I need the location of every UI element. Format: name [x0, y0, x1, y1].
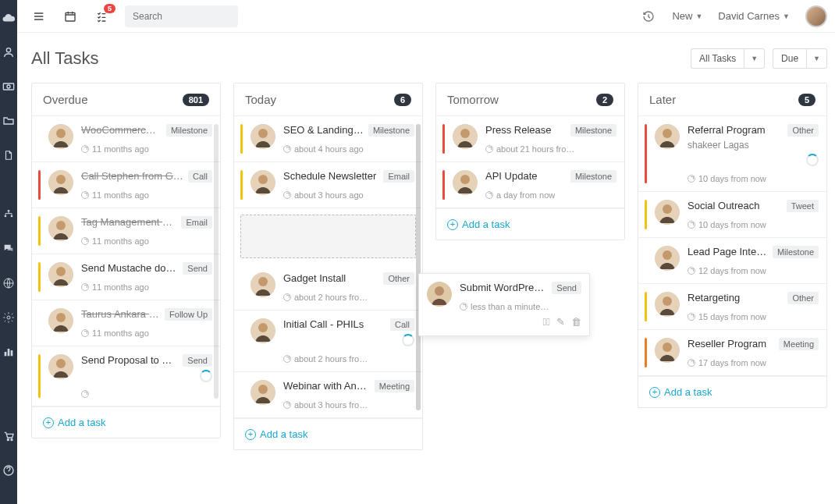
plus-icon: +: [447, 219, 458, 230]
card-tag: Milestone: [570, 124, 616, 137]
card-meta: about 21 hours fro…: [485, 144, 616, 154]
drop-zone[interactable]: [240, 215, 416, 258]
money-icon[interactable]: [0, 78, 17, 95]
user-name: David Carnes: [718, 10, 780, 22]
add-task-button[interactable]: +Add a task: [436, 208, 624, 240]
priority-stripe: [645, 200, 647, 229]
user-menu[interactable]: David Carnes▼: [718, 10, 790, 22]
task-card[interactable]: Reseller Program Meeting 17 days from no…: [638, 330, 826, 376]
file-icon[interactable]: [0, 147, 17, 164]
search-input[interactable]: [133, 11, 250, 22]
avatar: [427, 282, 452, 307]
priority-stripe: [240, 380, 243, 410]
scrollbar[interactable]: [214, 124, 219, 399]
task-card[interactable]: Retargeting Other 15 days from now: [638, 284, 826, 330]
cart-icon[interactable]: [0, 428, 17, 445]
chart-icon[interactable]: [0, 343, 17, 360]
svg-point-35: [258, 323, 268, 332]
chevron-down-icon: ▼: [751, 55, 758, 62]
card-tag: Send: [552, 282, 581, 294]
add-task-button[interactable]: +Add a task: [32, 406, 220, 438]
filter-due-dd[interactable]: ▼: [806, 48, 827, 69]
trash-icon[interactable]: 🗑: [571, 316, 581, 328]
new-label: New: [672, 10, 692, 22]
org-icon[interactable]: [0, 206, 17, 223]
svg-point-23: [56, 267, 66, 276]
globe-icon[interactable]: [0, 275, 17, 292]
column-body[interactable]: Referral Program Other shakeer Lagas 10 …: [638, 116, 826, 376]
priority-stripe: [645, 246, 647, 275]
column-header: Overdue801: [32, 83, 220, 116]
list-icon[interactable]: [31, 9, 47, 24]
clock-icon: [81, 237, 89, 245]
page-title: All Tasks: [31, 48, 98, 69]
scrollbar[interactable]: [416, 124, 421, 410]
task-card[interactable]: WooCommerce Blog Milestone 11 months ago: [32, 116, 220, 162]
column-body[interactable]: WooCommerce Blog Milestone 11 months ago…: [32, 116, 220, 406]
task-card[interactable]: Send Mustache docu… Send 11 months ago: [32, 254, 220, 300]
search-box[interactable]: [125, 5, 238, 27]
avatar: [48, 262, 73, 287]
task-card[interactable]: Referral Program Other shakeer Lagas 10 …: [638, 116, 826, 192]
task-card[interactable]: Webinar with Andrea Meeting about 3 hour…: [234, 372, 422, 418]
check-icon[interactable]: ✓⃝: [543, 316, 551, 328]
task-card[interactable]: Call Stephen from Ge… Call 11 months ago: [32, 162, 220, 208]
task-card[interactable]: Initial Call - PHILs Call about 2 hours …: [234, 311, 422, 372]
history-icon[interactable]: [641, 9, 656, 24]
left-nav: [0, 0, 17, 504]
add-task-button[interactable]: +Add a task: [234, 418, 422, 449]
help-icon[interactable]: [0, 462, 17, 479]
column-body[interactable]: SEO & Landing page Milestone about 4 hou…: [234, 116, 422, 418]
svg-point-27: [56, 359, 66, 368]
calendar-icon[interactable]: [62, 9, 78, 24]
add-task-button[interactable]: +Add a task: [638, 376, 826, 407]
task-card[interactable]: SEO & Landing page Milestone about 4 hou…: [234, 116, 422, 162]
card-title: Press Release: [485, 124, 552, 136]
priority-stripe: [38, 308, 41, 338]
card-tag: Follow Up: [165, 308, 212, 321]
gear-icon[interactable]: [0, 309, 17, 326]
clock-icon: [688, 313, 695, 321]
card-meta: about 2 hours fro…: [283, 354, 414, 364]
chat-icon[interactable]: [0, 240, 17, 257]
filter-tasks-label[interactable]: All Tasks: [691, 48, 744, 69]
svg-rect-10: [11, 350, 13, 356]
card-meta: about 4 hours ago: [283, 144, 414, 154]
avatar: [250, 124, 275, 149]
board-column: Tomorrow2 Press Release Milestone about …: [435, 83, 625, 240]
avatar: [453, 170, 478, 195]
card-meta: [81, 390, 212, 398]
task-card[interactable]: Send Proposal to Mo… Send: [32, 346, 220, 406]
filter-due-label[interactable]: Due: [773, 48, 806, 69]
new-button[interactable]: New▼: [672, 10, 702, 22]
task-card[interactable]: Schedule Newsletter Email about 3 hours …: [234, 162, 422, 208]
cloud-icon[interactable]: [0, 9, 17, 27]
avatar: [655, 124, 680, 149]
task-card[interactable]: Lead Page Integration Milestone 12 days …: [638, 238, 826, 284]
svg-point-31: [258, 175, 268, 184]
column-body[interactable]: Press Release Milestone about 21 hours f…: [436, 116, 624, 240]
task-card[interactable]: Taurus Ankara - Foll… Follow Up 11 month…: [32, 300, 220, 346]
folder-icon[interactable]: [0, 112, 17, 130]
task-card[interactable]: Tag Management Mail Email 11 months ago: [32, 208, 220, 254]
card-tag: Email: [181, 216, 212, 229]
card-tag: Milestone: [570, 170, 616, 183]
tasks-icon[interactable]: 5: [94, 9, 109, 24]
priority-stripe: [38, 124, 41, 154]
avatar[interactable]: [805, 5, 827, 27]
filter-tasks-dd[interactable]: ▼: [744, 48, 765, 69]
filter-tasks[interactable]: All Tasks ▼: [691, 48, 765, 69]
dragging-card[interactable]: Submit WordPress Pl… Send less than a mi…: [418, 273, 590, 336]
card-meta: about 3 hours fro…: [283, 400, 414, 410]
task-card[interactable]: API Update Milestone a day from now: [436, 162, 624, 208]
user-icon[interactable]: [0, 44, 17, 61]
filter-due[interactable]: Due ▼: [773, 48, 827, 69]
clock-icon: [283, 401, 291, 409]
edit-icon[interactable]: ✎: [556, 316, 565, 328]
task-card[interactable]: Press Release Milestone about 21 hours f…: [436, 116, 624, 162]
svg-point-4: [5, 215, 7, 218]
task-card[interactable]: Social Outreach Tweet 10 days from now: [638, 192, 826, 238]
svg-point-49: [663, 296, 672, 306]
task-card[interactable]: Gadget Install Other about 2 hours fro…: [234, 264, 422, 311]
card-title: Send Mustache docu…: [81, 262, 178, 274]
